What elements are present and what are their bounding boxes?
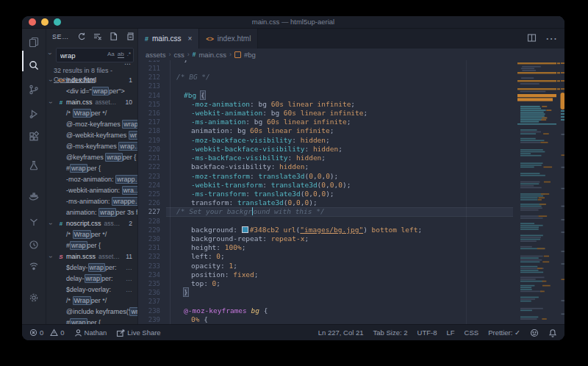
search-result-match-row[interactable]: #wrapper { <box>46 317 137 324</box>
code-line[interactable]: 229background: #348cb2 url("images/bg.jp… <box>138 226 564 234</box>
notifications-bell-icon[interactable] <box>548 329 557 337</box>
split-editor-icon[interactable] <box>527 32 537 46</box>
code-line[interactable]: 216-webkit-animation: bg 60s linear infi… <box>138 109 564 118</box>
docker-icon[interactable] <box>22 187 46 205</box>
clear-results-icon[interactable] <box>93 32 102 43</box>
code-line[interactable]: 217-ms-animation: bg 60s linear infinite… <box>138 118 564 126</box>
code-line[interactable]: 220-webkit-backface-visibility: hidden; <box>138 145 564 154</box>
match-case-icon[interactable]: Aa <box>107 51 115 58</box>
breadcrumb-item[interactable]: main.css <box>198 51 226 59</box>
code-line[interactable]: 237 <box>138 297 564 306</box>
whole-word-icon[interactable]: ab <box>118 51 124 58</box>
expand-chevron-icon[interactable]: › <box>46 256 56 258</box>
search-result-match-row[interactable]: @-moz-keyframes wrap… <box>46 119 137 130</box>
search-result-match-row[interactable]: <div id="wrapper"> <box>46 86 137 97</box>
code-line[interactable]: 223-moz-transform: translate3d(0,0,0); <box>138 172 564 181</box>
expand-chevron-icon[interactable]: › <box>46 223 56 225</box>
search-result-match-row[interactable]: /* Wrapper */ <box>46 229 137 240</box>
search-input[interactable] <box>57 49 107 62</box>
code-line[interactable]: 214#bg { <box>138 91 564 100</box>
code-line[interactable]: 225-ms-transform: translate3d(0,0,0); <box>138 190 564 198</box>
code-editor[interactable]: 210}211212/* BG */213214#bg {215-moz-ani… <box>138 60 564 324</box>
tab-size-indicator[interactable]: Tab Size: 2 <box>373 329 408 337</box>
code-line[interactable]: 221-ms-backface-visibility: hidden; <box>138 154 564 162</box>
search-result-match-row[interactable]: #wrapper { <box>46 240 137 251</box>
tab-main-css[interactable]: # main.css × <box>138 29 199 49</box>
code-line[interactable]: 212/* BG */ <box>138 73 564 82</box>
search-result-match-row[interactable]: /* Wrapper */ <box>46 295 137 306</box>
code-line[interactable]: 228 <box>138 217 564 226</box>
code-line[interactable]: 236} <box>138 288 564 297</box>
eol-indicator[interactable]: LF <box>447 329 455 337</box>
run-debug-icon[interactable] <box>22 105 46 123</box>
explorer-icon[interactable] <box>22 33 46 51</box>
code-line[interactable]: 232left: 0; <box>138 252 564 261</box>
search-result-match-row[interactable]: #wrapper { <box>46 163 137 174</box>
expand-chevron-icon[interactable]: › <box>46 79 56 82</box>
search-result-match-row[interactable]: delay-wrapper:… <box>46 273 137 284</box>
code-line[interactable]: 218animation: bg 60s linear infinite; <box>138 126 564 135</box>
settings-gear-icon[interactable] <box>22 289 46 306</box>
new-search-editor-icon[interactable] <box>109 32 118 43</box>
search-result-file-row[interactable]: ›#main.cssasset…10 <box>46 97 137 108</box>
search-result-match-row[interactable]: $delay-wrapper:… <box>46 262 137 273</box>
encoding-indicator[interactable]: UTF-8 <box>417 329 437 337</box>
language-mode[interactable]: CSS <box>465 329 479 337</box>
search-result-match-row[interactable]: @-ms-keyframes wrap… <box>46 141 137 152</box>
cursor-position[interactable]: Ln 227, Col 21 <box>318 329 364 337</box>
problems-warnings[interactable]: 0 <box>50 329 64 337</box>
code-line[interactable]: 2390% { <box>138 315 564 324</box>
problems-errors[interactable]: 0 <box>29 329 43 337</box>
live-server-icon[interactable] <box>22 258 46 276</box>
search-result-file-row[interactable]: ›#noscript.cssass…2 <box>46 218 137 229</box>
search-result-match-row[interactable]: $delay-overlay:… <box>46 284 137 295</box>
timeline-clock-icon[interactable] <box>22 236 46 254</box>
code-line[interactable]: 238@-moz-keyframes bg { <box>138 306 564 315</box>
more-actions-icon[interactable]: ⋯ <box>545 32 557 46</box>
toggle-replace-chevron-icon[interactable]: › <box>46 53 54 55</box>
search-result-match-row[interactable]: animation: wrapper 3s f… <box>46 207 137 218</box>
live-share-button[interactable]: Live Share <box>116 329 160 337</box>
refresh-icon[interactable] <box>76 32 86 43</box>
search-result-file-row[interactable]: ›<>index.html1 <box>46 75 137 86</box>
collapse-all-icon[interactable] <box>125 32 135 43</box>
breadcrumb-item[interactable]: #bg <box>244 51 256 59</box>
search-result-match-row[interactable]: @-webkit-keyframes wr… <box>46 130 137 141</box>
code-line[interactable]: 235top: 0; <box>138 279 564 288</box>
search-result-match-row[interactable]: @keyframes wrapper { <box>46 152 137 163</box>
close-tab-icon[interactable]: × <box>187 35 192 43</box>
code-line[interactable]: 233opacity: 1; <box>138 262 564 270</box>
code-line[interactable]: 230background-repeat: repeat-x; <box>138 234 564 243</box>
code-line[interactable]: 219-moz-backface-visibility: hidden; <box>138 136 564 145</box>
account-status[interactable]: Nathan <box>74 329 107 337</box>
search-result-match-row[interactable]: -ms-animation: wrappe… <box>46 196 137 207</box>
code-line[interactable]: 227/* Set your background with this */ <box>138 207 564 216</box>
search-icon[interactable] <box>22 57 46 74</box>
breadcrumb-item[interactable]: assets <box>146 51 165 59</box>
code-line[interactable]: 234position: fixed; <box>138 270 564 279</box>
search-result-file-row[interactable]: ›Smain.scssasset…11 <box>46 251 137 262</box>
expand-chevron-icon[interactable]: › <box>46 101 56 104</box>
feedback-smiley-icon[interactable] <box>530 329 539 337</box>
search-result-match-row[interactable]: /* Wrapper */ <box>46 108 137 119</box>
prettier-status[interactable]: Prettier: ✓ <box>488 329 520 337</box>
match-text: #wrapper { <box>66 164 101 173</box>
search-result-match-row[interactable]: -webkit-animation: wra… <box>46 185 137 196</box>
source-control-icon[interactable] <box>22 81 46 98</box>
code-line[interactable]: 224-webkit-transform: translate3d(0,0,0)… <box>138 181 564 190</box>
code-line[interactable]: 222backface-visibility: hidden; <box>138 162 564 171</box>
code-line[interactable]: 226transform: translate3d(0,0,0); <box>138 198 564 207</box>
terraform-icon[interactable] <box>22 213 46 231</box>
code-line[interactable]: 213 <box>138 82 564 90</box>
code-line[interactable]: 211 <box>138 64 564 73</box>
code-line[interactable]: 215-moz-animation: bg 60s linear infinit… <box>138 100 564 109</box>
search-result-match-row[interactable]: -moz-animation: wrapp… <box>46 174 137 185</box>
regex-icon[interactable]: .* <box>127 51 131 58</box>
search-result-match-row[interactable]: @include keyframes('wr… <box>46 306 137 317</box>
toggle-search-details-button[interactable]: ⋯ <box>124 60 132 68</box>
tab-index-html[interactable]: <> index.html <box>199 29 258 49</box>
breadcrumb-item[interactable]: css <box>173 51 184 59</box>
extensions-icon[interactable] <box>22 128 46 146</box>
testing-beaker-icon[interactable] <box>22 157 46 174</box>
code-line[interactable]: 231height: 100%; <box>138 243 564 252</box>
